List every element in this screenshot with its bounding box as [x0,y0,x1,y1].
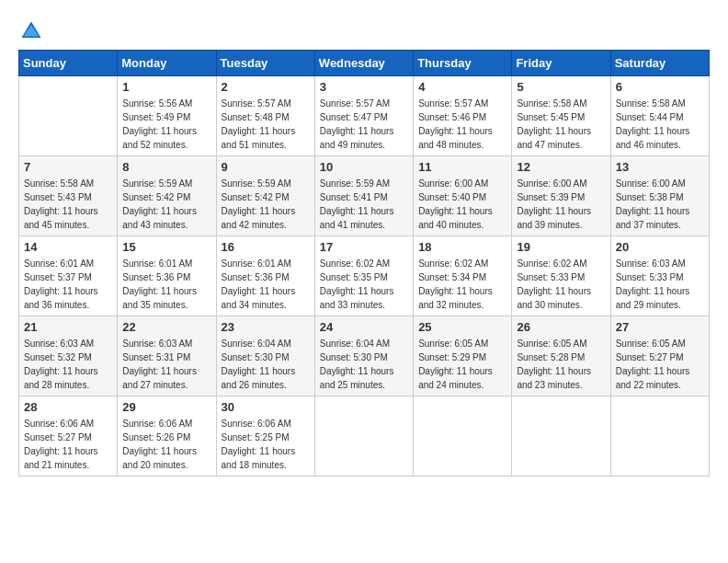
day-cell: 20 Sunrise: 6:03 AMSunset: 5:33 PMDaylig… [610,236,709,316]
day-cell [19,76,118,156]
day-number: 29 [122,400,210,414]
logo-icon [18,18,44,44]
week-row-2: 7 Sunrise: 5:58 AMSunset: 5:43 PMDayligh… [19,156,710,236]
day-detail: Sunrise: 6:00 AMSunset: 5:40 PMDaylight:… [418,178,493,230]
day-number: 19 [517,240,605,254]
day-cell: 10 Sunrise: 5:59 AMSunset: 5:41 PMDaylig… [314,156,413,236]
day-number: 3 [320,80,408,94]
day-number: 26 [517,320,605,334]
day-number: 18 [418,240,506,254]
day-detail: Sunrise: 5:59 AMSunset: 5:42 PMDaylight:… [222,178,296,230]
day-cell: 8 Sunrise: 5:59 AMSunset: 5:42 PMDayligh… [118,156,216,236]
header-cell-tuesday: Tuesday [216,51,314,76]
day-cell [414,396,512,477]
day-number: 30 [222,400,310,414]
day-number: 9 [222,160,310,174]
day-detail: Sunrise: 5:57 AMSunset: 5:47 PMDaylight:… [320,98,394,150]
day-detail: Sunrise: 6:01 AMSunset: 5:37 PMDaylight:… [24,259,98,310]
day-detail: Sunrise: 6:03 AMSunset: 5:32 PMDaylight:… [24,339,98,390]
week-row-5: 28 Sunrise: 6:06 AMSunset: 5:27 PMDaylig… [19,396,710,477]
day-cell: 18 Sunrise: 6:02 AMSunset: 5:34 PMDaylig… [414,236,512,316]
header-cell-saturday: Saturday [610,51,709,76]
day-cell: 3 Sunrise: 5:57 AMSunset: 5:47 PMDayligh… [314,76,413,156]
header-cell-sunday: Sunday [19,51,118,76]
day-number: 12 [517,160,605,174]
day-cell: 22 Sunrise: 6:03 AMSunset: 5:31 PMDaylig… [118,316,216,396]
day-detail: Sunrise: 5:58 AMSunset: 5:44 PMDaylight:… [616,98,690,150]
header-cell-monday: Monday [118,51,216,76]
day-detail: Sunrise: 5:59 AMSunset: 5:42 PMDaylight:… [122,178,197,230]
day-number: 5 [517,80,605,94]
day-detail: Sunrise: 6:01 AMSunset: 5:36 PMDaylight:… [222,259,296,310]
day-cell: 7 Sunrise: 5:58 AMSunset: 5:43 PMDayligh… [19,156,118,236]
day-cell: 21 Sunrise: 6:03 AMSunset: 5:32 PMDaylig… [19,316,118,396]
day-cell [314,396,413,477]
day-number: 4 [418,80,506,94]
day-detail: Sunrise: 6:01 AMSunset: 5:36 PMDaylight:… [122,259,197,310]
day-detail: Sunrise: 6:02 AMSunset: 5:34 PMDaylight:… [418,259,493,310]
day-cell: 11 Sunrise: 6:00 AMSunset: 5:40 PMDaylig… [414,156,512,236]
calendar-table: SundayMondayTuesdayWednesdayThursdayFrid… [18,50,710,477]
day-number: 21 [24,320,112,334]
day-number: 23 [222,320,310,334]
day-cell: 25 Sunrise: 6:05 AMSunset: 5:29 PMDaylig… [414,316,512,396]
day-detail: Sunrise: 5:56 AMSunset: 5:49 PMDaylight:… [122,98,197,150]
day-detail: Sunrise: 6:06 AMSunset: 5:25 PMDaylight:… [222,419,296,470]
day-detail: Sunrise: 6:05 AMSunset: 5:27 PMDaylight:… [616,339,690,390]
day-cell: 9 Sunrise: 5:59 AMSunset: 5:42 PMDayligh… [216,156,314,236]
day-number: 13 [616,160,704,174]
day-detail: Sunrise: 5:57 AMSunset: 5:48 PMDaylight:… [222,98,296,150]
day-cell: 29 Sunrise: 6:06 AMSunset: 5:26 PMDaylig… [118,396,216,477]
day-cell: 27 Sunrise: 6:05 AMSunset: 5:27 PMDaylig… [610,316,709,396]
day-cell: 1 Sunrise: 5:56 AMSunset: 5:49 PMDayligh… [118,76,216,156]
header [18,18,710,44]
day-detail: Sunrise: 5:57 AMSunset: 5:46 PMDaylight:… [418,98,493,150]
day-cell [610,396,709,477]
day-number: 2 [222,80,310,94]
header-row: SundayMondayTuesdayWednesdayThursdayFrid… [19,51,710,76]
day-cell: 19 Sunrise: 6:02 AMSunset: 5:33 PMDaylig… [512,236,610,316]
day-cell: 16 Sunrise: 6:01 AMSunset: 5:36 PMDaylig… [216,236,314,316]
header-cell-friday: Friday [512,51,610,76]
day-cell: 24 Sunrise: 6:04 AMSunset: 5:30 PMDaylig… [314,316,413,396]
header-cell-wednesday: Wednesday [314,51,413,76]
day-number: 10 [320,160,408,174]
day-number: 28 [24,400,112,414]
day-number: 11 [418,160,506,174]
day-cell: 30 Sunrise: 6:06 AMSunset: 5:25 PMDaylig… [216,396,314,477]
day-number: 24 [320,320,408,334]
day-number: 6 [616,80,704,94]
day-detail: Sunrise: 6:03 AMSunset: 5:33 PMDaylight:… [616,259,690,310]
day-cell: 26 Sunrise: 6:05 AMSunset: 5:28 PMDaylig… [512,316,610,396]
day-number: 16 [222,240,310,254]
day-detail: Sunrise: 6:06 AMSunset: 5:27 PMDaylight:… [24,419,98,470]
week-row-1: 1 Sunrise: 5:56 AMSunset: 5:49 PMDayligh… [19,76,710,156]
day-detail: Sunrise: 6:05 AMSunset: 5:28 PMDaylight:… [517,339,591,390]
day-number: 20 [616,240,704,254]
day-cell: 23 Sunrise: 6:04 AMSunset: 5:30 PMDaylig… [216,316,314,396]
day-detail: Sunrise: 6:04 AMSunset: 5:30 PMDaylight:… [222,339,296,390]
day-detail: Sunrise: 5:58 AMSunset: 5:45 PMDaylight:… [517,98,591,150]
day-detail: Sunrise: 6:00 AMSunset: 5:39 PMDaylight:… [517,178,591,230]
day-cell: 17 Sunrise: 6:02 AMSunset: 5:35 PMDaylig… [314,236,413,316]
day-number: 8 [122,160,210,174]
day-cell: 28 Sunrise: 6:06 AMSunset: 5:27 PMDaylig… [19,396,118,477]
day-detail: Sunrise: 5:58 AMSunset: 5:43 PMDaylight:… [24,178,98,230]
day-cell [512,396,610,477]
day-detail: Sunrise: 6:03 AMSunset: 5:31 PMDaylight:… [122,339,197,390]
day-cell: 14 Sunrise: 6:01 AMSunset: 5:37 PMDaylig… [19,236,118,316]
day-cell: 2 Sunrise: 5:57 AMSunset: 5:48 PMDayligh… [216,76,314,156]
day-cell: 6 Sunrise: 5:58 AMSunset: 5:44 PMDayligh… [610,76,709,156]
day-detail: Sunrise: 5:59 AMSunset: 5:41 PMDaylight:… [320,178,394,230]
day-detail: Sunrise: 6:02 AMSunset: 5:33 PMDaylight:… [517,259,591,310]
day-detail: Sunrise: 6:00 AMSunset: 5:38 PMDaylight:… [616,178,690,230]
day-cell: 12 Sunrise: 6:00 AMSunset: 5:39 PMDaylig… [512,156,610,236]
day-number: 25 [418,320,506,334]
day-cell: 4 Sunrise: 5:57 AMSunset: 5:46 PMDayligh… [414,76,512,156]
logo [18,18,48,44]
day-number: 7 [24,160,112,174]
day-detail: Sunrise: 6:02 AMSunset: 5:35 PMDaylight:… [320,259,394,310]
day-number: 22 [122,320,210,334]
day-cell: 15 Sunrise: 6:01 AMSunset: 5:36 PMDaylig… [118,236,216,316]
header-cell-thursday: Thursday [414,51,512,76]
